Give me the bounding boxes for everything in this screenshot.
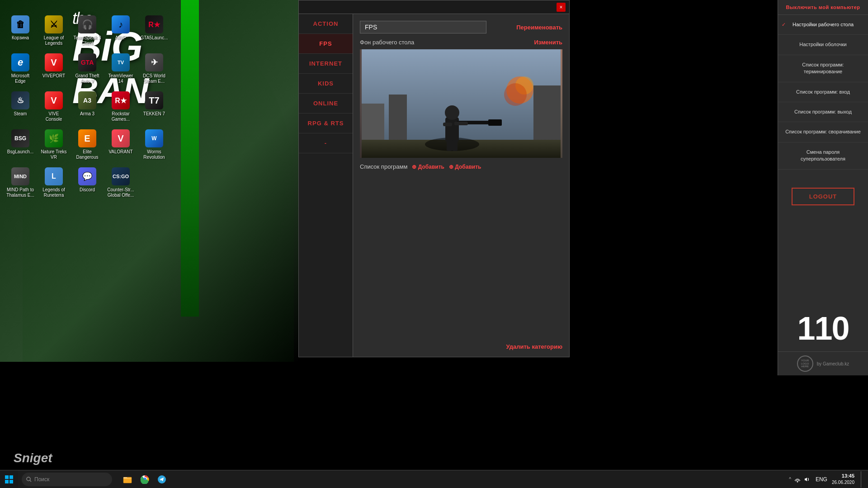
- category-more[interactable]: -: [299, 133, 353, 153]
- steam-icon: ♨: [11, 91, 29, 109]
- tray-expand-icon[interactable]: ^: [789, 477, 791, 482]
- chrome-icon: [140, 475, 149, 484]
- search-icon: [26, 477, 32, 482]
- game-panel-header: ×: [299, 0, 569, 14]
- settings-number: 110: [778, 305, 868, 351]
- svg-point-21: [27, 477, 30, 481]
- desktop-icon-steam[interactable]: ♨ Steam: [5, 90, 36, 124]
- desktop-icon-mind[interactable]: MIND MIND Path to Thalamus E...: [5, 166, 36, 200]
- desktop-icon-dcs[interactable]: ✈ DCS World Steam E...: [138, 52, 170, 86]
- edge-label: Microsoft Edge: [6, 73, 34, 84]
- settings-login-list[interactable]: Список программ: вход: [778, 82, 868, 102]
- svg-rect-28: [805, 479, 806, 480]
- category-name-input[interactable]: [360, 21, 486, 33]
- desktop-icon-rockstar[interactable]: R★ Rockstar Games...: [105, 90, 137, 124]
- taskbar-chrome[interactable]: [137, 471, 153, 488]
- arma3-icon: A3: [78, 91, 96, 109]
- vivevr-icon: V: [45, 53, 63, 71]
- desktop-icon-tekken[interactable]: T7 TEKKEN 7: [138, 90, 170, 124]
- category-rpg-rts[interactable]: RPG & RTS: [299, 114, 353, 133]
- add-program-button-2[interactable]: ⊕ Добавить: [449, 164, 481, 170]
- desktop-icon-recycle[interactable]: 🗑 Корзина: [5, 14, 36, 48]
- category-internet[interactable]: Internet: [299, 54, 353, 74]
- bg-preview-image: [360, 49, 562, 158]
- mind-label: MIND Path to Thalamus E...: [6, 187, 34, 198]
- svg-rect-9: [488, 119, 502, 126]
- settings-terminate-list[interactable]: Список программ: терминирование: [778, 55, 868, 82]
- bsg-icon: BSG: [11, 129, 29, 147]
- worms-icon: W: [145, 129, 163, 147]
- game-manager-content: Переименовать Фон рабочего стола Изменит…: [353, 14, 569, 357]
- desktop: the BiG BAN 🗑 Корзина ⚔ League of Legend…: [0, 0, 868, 488]
- taskbar-clock: 13:45 26.06.2020: [832, 473, 854, 486]
- settings-password[interactable]: Смена пароля суперпользователя: [778, 142, 868, 170]
- svg-point-16: [504, 83, 527, 106]
- close-button[interactable]: ×: [557, 3, 566, 12]
- desktop-icon-discord[interactable]: 💬 Discord: [71, 166, 103, 200]
- taskbar-right-area: ^ ENG: [789, 471, 868, 488]
- delete-category-button[interactable]: Удалить категорию: [506, 343, 562, 350]
- add-icon-2: ⊕: [449, 164, 453, 170]
- show-desktop-button[interactable]: [861, 471, 863, 488]
- taskbar-search-box[interactable]: Поиск: [22, 473, 112, 486]
- add-program-button-1[interactable]: ⊕ Добавить: [412, 164, 444, 170]
- mind-icon: MIND: [11, 167, 29, 185]
- logout-button[interactable]: LOGOUT: [792, 188, 854, 205]
- desktop-icon-viveconsole[interactable]: V VIVE Console: [38, 90, 70, 124]
- ts3-icon: 🎧: [78, 15, 96, 33]
- viveconsole-label: VIVE Console: [40, 111, 68, 122]
- desktop-icon-arma3[interactable]: A3 Arma 3: [71, 90, 103, 124]
- desktop-icon-edge[interactable]: e Microsoft Edge: [5, 52, 36, 86]
- volume-icon: [804, 476, 811, 483]
- gta-auto-icon: GTA: [78, 53, 96, 71]
- category-fps[interactable]: FPS: [299, 34, 353, 54]
- desktop-icon-bsg[interactable]: BSG BsgLaunch...: [5, 128, 36, 162]
- svg-rect-6: [445, 117, 459, 142]
- desktop-icon-lol[interactable]: ⚔ League of Legends: [38, 14, 70, 48]
- lol-label: League of Legends: [40, 35, 68, 46]
- taskbar-start-button[interactable]: [0, 470, 18, 488]
- bg-change-button[interactable]: Изменить: [534, 39, 562, 46]
- gta5-label: GTA5Launc...: [141, 35, 168, 41]
- rename-button[interactable]: Переименовать: [516, 24, 562, 31]
- desktop-icon-valorant[interactable]: V VALORANT: [105, 128, 137, 162]
- desktop-icon-csgo[interactable]: CS:GO Counter-Str... Global Offe...: [105, 166, 137, 200]
- category-kids[interactable]: Kids: [299, 74, 353, 94]
- tekken-icon: T7: [145, 91, 163, 109]
- lol-icon: ⚔: [45, 15, 63, 33]
- rockstar-label: Rockstar Games...: [107, 111, 135, 122]
- taskbar-file-explorer[interactable]: [119, 471, 136, 488]
- category-online[interactable]: Online: [299, 94, 353, 114]
- valorant-label: VALORANT: [108, 149, 132, 155]
- settings-shell-settings[interactable]: Настройки оболочки: [778, 35, 868, 55]
- desktop-icon-elite[interactable]: E Elite Dangerous: [71, 128, 103, 162]
- tray-network-icon[interactable]: [794, 476, 801, 483]
- desktop-icon-legends-rune[interactable]: L Legends of Runeterra: [38, 166, 70, 200]
- settings-desktop-settings[interactable]: Настройки рабочего стола: [778, 15, 868, 35]
- discord-icon: 💬: [78, 167, 96, 185]
- worms-label: Worms Revolution: [140, 149, 168, 160]
- settings-minimize-list[interactable]: Список программ: сворачивание: [778, 122, 868, 142]
- desktop-icon-gta5[interactable]: R★ GTA5Launc...: [138, 14, 170, 48]
- desktop-icon-nature[interactable]: 🌿 Nature Treks VR: [38, 128, 70, 162]
- category-action[interactable]: Action: [299, 14, 353, 34]
- viveconsole-icon: V: [45, 91, 63, 109]
- legends-rune-icon: L: [45, 167, 63, 185]
- discord-label: Discord: [80, 187, 95, 193]
- desktop-icon-aimp[interactable]: ♪ AIMP: [105, 14, 137, 48]
- desktop-icon-ts3[interactable]: 🎧 TeamSpeak 3 Client: [71, 14, 103, 48]
- background-section: Фон рабочего стола Изменить: [360, 39, 562, 158]
- gta-auto-label: Grand Theft Auto V: [73, 73, 101, 84]
- taskbar-telegram[interactable]: [154, 471, 170, 488]
- desktop-icon-teamviewer[interactable]: TV TeamViewer 14: [105, 52, 137, 86]
- svg-rect-19: [5, 480, 9, 483]
- tray-volume-icon[interactable]: [804, 476, 811, 483]
- windows-icon: [5, 475, 14, 484]
- desktop-icon-gta-auto[interactable]: GTA Grand Theft Auto V: [71, 52, 103, 86]
- preview-svg: [360, 49, 562, 158]
- telegram-icon: [157, 475, 166, 484]
- settings-logout-list[interactable]: Список программ: выход: [778, 102, 868, 122]
- desktop-icon-worms[interactable]: W Worms Revolution: [138, 128, 170, 162]
- taskbar-language[interactable]: ENG: [816, 476, 827, 483]
- desktop-icon-vivevr[interactable]: V VIVEPORT: [38, 52, 70, 86]
